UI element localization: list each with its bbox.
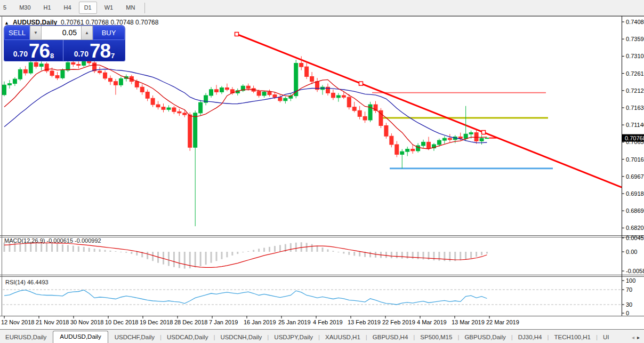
macd-histogram-bar [481, 252, 482, 255]
price-axis-label: 0.68200 [626, 225, 644, 231]
macd-histogram-bar [4, 243, 5, 252]
rsi-indicator-label: RSI(14) 46.4493 [5, 279, 49, 285]
chart-tab-sp500-m15[interactable]: SP500,M15 [415, 332, 457, 343]
macd-histogram-bar [57, 244, 58, 252]
macd-histogram-bar [94, 249, 95, 252]
macd-histogram-bar [205, 252, 207, 265]
timeframe-button-h4[interactable]: H4 [59, 2, 77, 14]
sell-price-prefix: 0.70 [13, 49, 28, 59]
price-axis-label: 0.72120 [626, 87, 644, 94]
sell-price-panel[interactable]: 0.70 76 8 [4, 40, 63, 61]
current-price-tag-value: 0.70768 [625, 135, 644, 141]
macd-histogram-bar [173, 252, 175, 267]
macd-histogram-bar [120, 252, 122, 252]
macd-histogram-bar [226, 252, 228, 257]
timeframe-button-m30[interactable]: M30 [14, 2, 36, 14]
macd-histogram-bar [115, 251, 116, 252]
date-axis-label: 22 Mar 2019 [486, 319, 519, 325]
macd-histogram-bar [131, 252, 132, 254]
candlestick-series [3, 55, 489, 226]
chart-symbol-label: AUDUSD,Daily [13, 19, 57, 26]
chart-tab-usdcnh-daily[interactable]: USDCNH,Daily [215, 332, 267, 343]
tab-scroll-left-icon[interactable]: ◂ [632, 334, 634, 340]
macd-histogram-bar [306, 243, 308, 252]
macd-histogram-bar [423, 252, 424, 259]
timeframe-button-w1[interactable]: W1 [99, 2, 119, 14]
macd-histogram-bar [136, 252, 138, 256]
macd-histogram-bar [460, 252, 461, 260]
trend-line-anchor[interactable] [482, 131, 486, 134]
sell-price-big: 76 [29, 43, 50, 59]
date-axis-label: 13 Feb 2019 [348, 319, 381, 325]
macd-histogram-bar [104, 250, 106, 252]
rsi-axis-label: 70 [626, 286, 632, 293]
macd-histogram-bar [465, 252, 466, 259]
timeframe-button-5[interactable]: 5 [0, 2, 12, 14]
macd-histogram-bar [391, 252, 392, 258]
chart-tab-eurusd-daily[interactable]: EURUSD,Daily [0, 332, 52, 343]
timeframe-button-d1[interactable]: D1 [79, 2, 97, 14]
chart-canvas[interactable]: 0.740800.735900.731000.726100.721200.716… [0, 16, 644, 330]
chart-tab-usdcad-daily[interactable]: USDCAD,Daily [162, 332, 213, 343]
macd-histogram-bar [221, 252, 222, 259]
price-axis-label: 0.74080 [626, 19, 644, 25]
macd-histogram-bar [317, 245, 318, 252]
macd-histogram-bar [168, 252, 170, 266]
volume-input[interactable]: 0.05 [42, 26, 81, 40]
rsi-line [4, 290, 487, 305]
trend-line[interactable] [237, 34, 622, 187]
collapse-panel-icon[interactable]: ▲ [4, 20, 9, 26]
date-axis-label: 16 Jan 2019 [244, 319, 276, 325]
macd-histogram-bar [67, 245, 69, 252]
chart-tab-gbpusd-h4[interactable]: GBPUSD,H4 [367, 332, 413, 343]
buy-price-big: 78 [90, 43, 110, 59]
sell-button[interactable]: SELL [4, 26, 30, 40]
macd-histogram-bar [231, 252, 233, 256]
tab-scroll-right-icon[interactable]: ▸ [637, 334, 640, 340]
timeframe-button-h1[interactable]: H1 [38, 2, 57, 14]
chart-tab-dj30-h4[interactable]: DJ30,H4 [513, 332, 548, 343]
buy-price-prefix: 0.70 [74, 49, 88, 59]
macd-signal-line [4, 243, 487, 267]
volume-decrease-button[interactable]: ▼ [30, 26, 42, 40]
date-axis-label: 7 Jan 2019 [209, 319, 238, 325]
macd-histogram-bar [179, 252, 180, 268]
macd-histogram-bar [337, 252, 339, 252]
macd-histogram-bar [147, 252, 148, 259]
macd-axis-label: 0.004517 [626, 235, 644, 241]
chart-tab-tech100-h1[interactable]: TECH100,H1 [549, 332, 595, 343]
price-axis-label: 0.71140 [626, 122, 644, 128]
macd-histogram-bar [449, 252, 450, 261]
macd-histogram-bar [486, 252, 488, 253]
chart-tab-xauusd-h1[interactable]: XAUUSD,H1 [320, 332, 366, 343]
rsi-axis-label: 30 [626, 301, 632, 308]
macd-histogram-bar [401, 252, 403, 259]
chart-tab-audusd-daily[interactable]: AUDUSD,Daily [53, 331, 108, 343]
macd-histogram-bar [237, 252, 238, 254]
timeframe-button-mn[interactable]: MN [120, 2, 140, 14]
chart-tab-gbpusd-daily[interactable]: GBPUSD,Daily [459, 332, 511, 343]
price-axis-label: 0.71630 [626, 105, 644, 111]
trend-line-anchor[interactable] [359, 82, 363, 85]
buy-button[interactable]: BUY [93, 26, 125, 40]
chart-tab-ui[interactable]: UI [598, 332, 615, 343]
chart-window: 0.740800.735900.731000.726100.721200.716… [0, 16, 644, 330]
trend-line-anchor[interactable] [235, 32, 239, 36]
chart-tab-usdjpy-daily[interactable]: USDJPY,Daily [269, 332, 318, 343]
volume-increase-button[interactable]: ▲ [81, 26, 93, 40]
buy-price-panel[interactable]: 0.70 78 7 [64, 40, 125, 61]
macd-histogram-bar [41, 243, 42, 252]
macd-histogram-bar [46, 243, 47, 252]
macd-histogram-bar [263, 248, 265, 252]
buy-price-sup: 7 [111, 53, 115, 59]
macd-histogram-bar [311, 244, 313, 252]
macd-histogram-bar [242, 252, 244, 252]
price-axis-label: 0.69180 [626, 190, 644, 197]
spinner-up-icon: ▲ [85, 30, 89, 35]
price-axis-label: 0.72610 [626, 70, 644, 77]
chart-tab-usdchf-daily[interactable]: USDCHF,Daily [109, 332, 160, 343]
date-axis-label: 12 Nov 2018 [1, 319, 34, 325]
date-axis-label: 25 Jan 2019 [278, 319, 311, 325]
macd-histogram-bar [62, 244, 63, 252]
macd-histogram-bar [269, 247, 270, 252]
